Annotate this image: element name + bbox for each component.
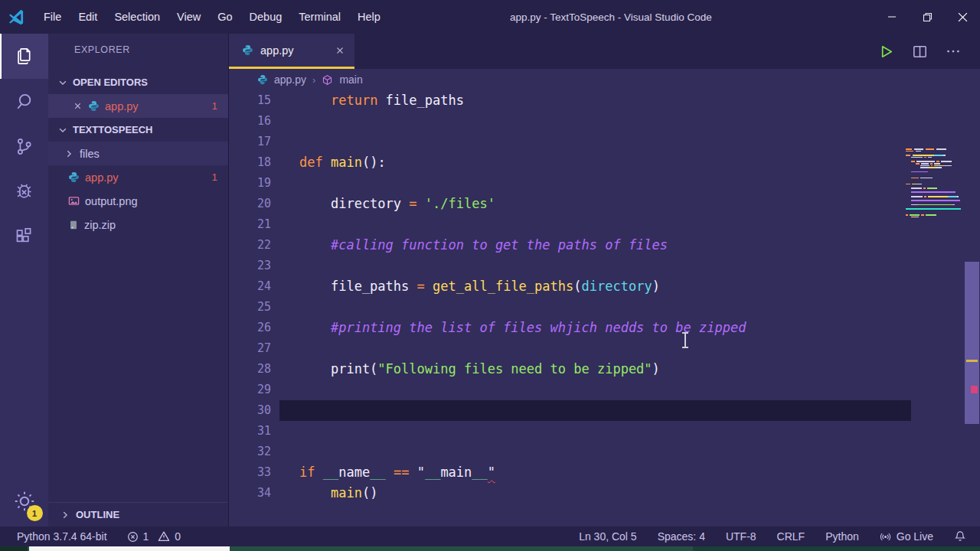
menu-view[interactable]: View [168, 11, 209, 23]
python-interpreter-status[interactable]: Python 3.7.4 64-bit [17, 530, 107, 543]
menu-selection[interactable]: Selection [106, 11, 168, 23]
search-icon [14, 91, 35, 112]
symbol-cube-icon [322, 74, 333, 86]
run-button[interactable] [877, 43, 895, 60]
activity-debug-button[interactable] [0, 169, 48, 214]
item-label: app.py [105, 100, 139, 112]
tree-item-app-py[interactable]: app.py1 [48, 94, 228, 118]
minimap[interactable] [906, 148, 962, 218]
code-editor[interactable]: 15 return file_paths161718def main():192… [229, 90, 980, 527]
line-number: 26 [229, 318, 299, 338]
activity-explorer-button[interactable] [0, 34, 48, 79]
menu-terminal[interactable]: Terminal [290, 11, 349, 23]
code-line-33[interactable]: 33if __name__ == "__main__" [229, 462, 980, 483]
activity-source-control-button[interactable] [0, 124, 48, 169]
mouse-ibeam-cursor [684, 333, 686, 347]
code-line-27[interactable]: 27 [229, 338, 980, 359]
tree-item-output-png[interactable]: output.png [48, 189, 228, 213]
menu-edit[interactable]: Edit [70, 11, 106, 23]
outline-section[interactable]: OUTLINE [48, 502, 228, 527]
outline-label: OUTLINE [76, 509, 119, 520]
breadcrumb-file[interactable]: app.py [274, 73, 306, 86]
code-line-20[interactable]: 20 directory = './files' [229, 194, 980, 214]
code-line-24[interactable]: 24 file_paths = get_all_file_paths(direc… [229, 276, 980, 297]
tab-label: app.py [260, 44, 294, 57]
split-editor-button[interactable] [911, 43, 929, 60]
zip-icon [68, 220, 79, 230]
line-number: 31 [229, 421, 299, 442]
taskbar-sliver-right [693, 546, 980, 551]
line-content: return file_paths [299, 90, 911, 111]
indentation-status[interactable]: Spaces: 4 [658, 530, 705, 543]
activity-search-button[interactable] [0, 79, 48, 124]
activity-bar-bottom: 1 [0, 490, 48, 516]
eol-status[interactable]: CRLF [777, 530, 805, 543]
close-button[interactable] [945, 0, 980, 34]
code-line-18[interactable]: 18def main(): [229, 152, 980, 173]
tree-folder-files[interactable]: files [48, 142, 228, 165]
line-content: print("Following files need to be zipped… [299, 359, 911, 380]
scrollbar-thumb[interactable] [965, 262, 979, 424]
taskbar-sliver-white [29, 546, 230, 551]
code-line-32[interactable]: 32 [229, 442, 980, 462]
line-content [299, 132, 911, 152]
menu-debug[interactable]: Debug [241, 11, 291, 23]
code-line-25[interactable]: 25 [229, 297, 980, 318]
code-line-31[interactable]: 31 [229, 421, 980, 442]
vscode-logo-icon [8, 8, 26, 26]
menu-file[interactable]: File [35, 11, 70, 23]
tab-close-icon[interactable] [335, 45, 345, 56]
code-line-30[interactable]: 30 [229, 400, 980, 421]
python-file-icon [242, 44, 253, 56]
tree-item-zip-zip[interactable]: zip.zip [48, 213, 228, 236]
code-line-19[interactable]: 19 [229, 173, 980, 194]
line-content [299, 111, 911, 132]
line-number: 28 [229, 359, 299, 380]
code-line-15[interactable]: 15 return file_paths [229, 90, 980, 111]
cursor-position-status[interactable]: Ln 30, Col 5 [579, 530, 637, 543]
code-line-17[interactable]: 17 [229, 132, 980, 152]
code-line-26[interactable]: 26 #printing the list of files whjich ne… [229, 318, 980, 338]
code-line-21[interactable]: 21 [229, 214, 980, 235]
language-mode-status[interactable]: Python [825, 530, 859, 543]
problems-status[interactable]: 1 0 [127, 530, 181, 543]
activity-extensions-button[interactable] [0, 214, 48, 259]
code-line-22[interactable]: 22 #calling function to get the paths of… [229, 235, 980, 256]
restore-button[interactable] [910, 0, 945, 34]
activity-bar: 1 [0, 34, 48, 527]
code-line-34[interactable]: 34 main() [229, 483, 980, 504]
section-header-texttospeech[interactable]: TEXTTOSPEECH [48, 118, 228, 142]
encoding-status[interactable]: UTF-8 [726, 530, 756, 543]
chevron-down-icon [57, 125, 68, 135]
line-number: 33 [229, 462, 299, 483]
line-content: if __name__ == "__main__" [299, 462, 911, 483]
warning-icon [158, 530, 170, 543]
code-line-28[interactable]: 28 print("Following files need to be zip… [229, 359, 980, 380]
sidebar-title: EXPLORER [48, 34, 228, 55]
debug-bug-icon [14, 181, 34, 202]
settings-button[interactable]: 1 [13, 490, 36, 516]
line-number: 19 [229, 173, 299, 194]
line-content: file_paths = get_all_file_paths(director… [299, 276, 911, 297]
breadcrumb-symbol[interactable]: main [339, 73, 362, 86]
section-label: OPEN EDITORS [73, 77, 148, 88]
title-bar: FileEditSelectionViewGoDebugTerminalHelp… [0, 0, 980, 34]
line-number: 29 [229, 380, 299, 400]
line-content: directory = './files' [299, 194, 911, 214]
code-line-29[interactable]: 29 [229, 380, 980, 400]
line-number: 34 [229, 483, 299, 504]
line-content: def main(): [299, 152, 911, 173]
menu-go[interactable]: Go [209, 11, 240, 23]
section-header-open-editors[interactable]: OPEN EDITORS [48, 70, 228, 94]
menu-help[interactable]: Help [349, 11, 389, 23]
minimize-button[interactable] [874, 0, 910, 34]
more-actions-button[interactable] [945, 43, 962, 60]
code-line-16[interactable]: 16 [229, 111, 980, 132]
go-live-button[interactable]: Go Live [880, 530, 933, 543]
explorer-icon [15, 46, 35, 67]
line-number: 21 [229, 214, 299, 235]
code-line-23[interactable]: 23 [229, 256, 980, 276]
tab-app-py[interactable]: app.py [229, 34, 354, 69]
tree-item-app-py[interactable]: app.py1 [48, 165, 228, 189]
notifications-bell-icon[interactable] [954, 530, 966, 543]
